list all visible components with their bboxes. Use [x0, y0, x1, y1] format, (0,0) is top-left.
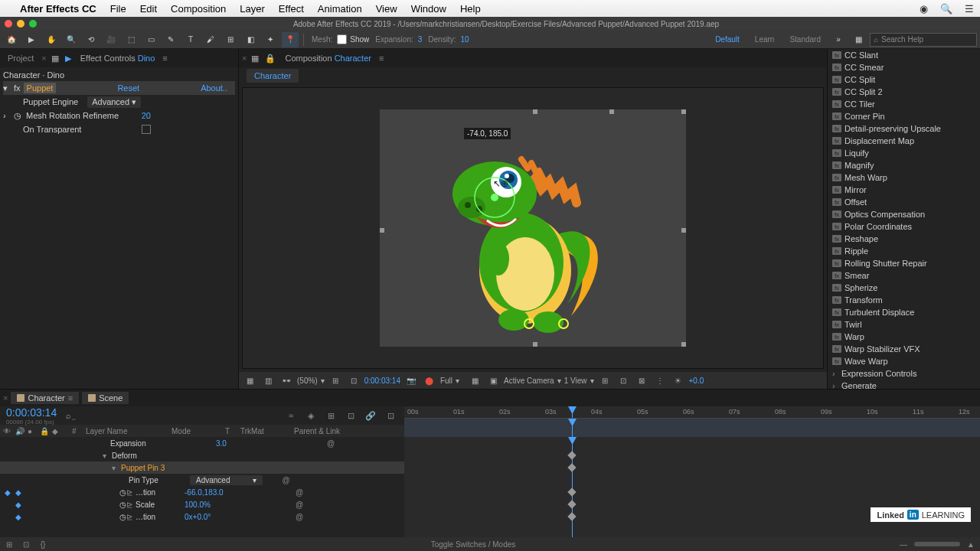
panel-menu-icon[interactable]: ≡: [162, 54, 167, 63]
resolution-icon[interactable]: ⊞: [328, 373, 343, 387]
stopwatch-icon[interactable]: ◷: [14, 111, 23, 121]
effect-category[interactable]: ›Expression Controls: [828, 367, 980, 380]
tl-opt3-icon[interactable]: ⊞: [323, 411, 338, 421]
keyframe[interactable]: [567, 463, 576, 471]
effect-item[interactable]: fxTransform: [828, 294, 980, 306]
guides-icon[interactable]: ▦: [467, 373, 482, 387]
views-select[interactable]: 1 View: [564, 377, 587, 385]
menu-window[interactable]: Window: [411, 3, 446, 15]
effect-item[interactable]: fxCC Slant: [828, 49, 980, 61]
tl-opt5-icon[interactable]: 🔗: [363, 411, 378, 421]
workspace-default[interactable]: Default: [709, 35, 746, 44]
effect-item[interactable]: fxDetail-preserving Upscale: [828, 122, 980, 135]
workarea-bar[interactable]: [404, 419, 980, 437]
playhead[interactable]: [572, 406, 573, 418]
effect-item[interactable]: fxCC Split 2: [828, 86, 980, 98]
view-opt1-icon[interactable]: ⊞: [597, 373, 612, 387]
col-t[interactable]: T: [225, 427, 240, 435]
bbox-handle[interactable]: [681, 228, 686, 233]
view-opt4-icon[interactable]: ⋮: [652, 373, 668, 387]
effect-item[interactable]: fxCC Tiler: [828, 98, 980, 110]
stopwatch-icon[interactable]: ◷: [119, 488, 126, 497]
zoom-in-icon[interactable]: ▲: [965, 540, 977, 549]
home-tool[interactable]: 🏠: [3, 32, 20, 47]
keyframe[interactable]: [567, 487, 576, 496]
col-layername[interactable]: Layer Name: [83, 427, 172, 435]
menu-view[interactable]: View: [376, 3, 397, 15]
stopwatch-icon[interactable]: ◷: [119, 513, 126, 521]
current-timecode[interactable]: 0:00:03:14: [6, 406, 57, 419]
spotlight-icon[interactable]: 🔍: [940, 3, 952, 15]
mesh-show-checkbox[interactable]: [337, 34, 347, 44]
brush-tool[interactable]: 🖌: [202, 32, 219, 47]
camera-select[interactable]: Active Camera: [504, 377, 554, 385]
effect-item[interactable]: fxOffset: [828, 196, 980, 208]
view-opt3-icon[interactable]: ⊠: [634, 373, 649, 387]
pickwhip-icon[interactable]: @: [323, 439, 338, 448]
prop-expansion[interactable]: Expansion: [110, 439, 216, 448]
col-parent[interactable]: Parent & Link: [294, 427, 371, 435]
effect-item[interactable]: fxTurbulent Displace: [828, 306, 980, 318]
zoom-tool[interactable]: 🔍: [63, 32, 80, 47]
effect-item[interactable]: fxRolling Shutter Repair: [828, 257, 980, 269]
pickwhip-icon[interactable]: @: [278, 476, 293, 484]
effect-item[interactable]: fxDisplacement Map: [828, 135, 980, 147]
effect-item[interactable]: fxWave Warp: [828, 355, 980, 367]
grid-icon[interactable]: ▦: [242, 373, 257, 387]
bbox-handle[interactable]: [681, 109, 686, 114]
timeline-tab-scene[interactable]: Scene: [82, 392, 129, 404]
menu-file[interactable]: File: [110, 3, 126, 15]
effect-item[interactable]: fxOptics Compensation: [828, 208, 980, 220]
workspace-learn[interactable]: Learn: [749, 35, 781, 44]
bbox-handle[interactable]: [609, 109, 614, 114]
pickwhip-icon[interactable]: @: [292, 488, 307, 497]
prop-puppet-pin[interactable]: Puppet Pin 3: [121, 464, 227, 472]
bbox-handle[interactable]: [533, 109, 537, 114]
app-menu[interactable]: After Effects CC: [20, 3, 96, 15]
prop-position-value[interactable]: -66.0,183.0: [185, 488, 292, 497]
cc-icon[interactable]: ◉: [920, 3, 928, 15]
twirl-icon[interactable]: ›: [832, 369, 838, 378]
chevron-down-icon[interactable]: ▾: [557, 377, 561, 385]
chevron-down-icon[interactable]: ▾: [321, 377, 325, 385]
transparency-icon[interactable]: ▥: [260, 373, 276, 387]
help-search[interactable]: ⌕ Search Help: [870, 33, 977, 47]
roto-tool[interactable]: ✦: [262, 32, 279, 47]
tl-opt1-icon[interactable]: ≈: [283, 411, 299, 420]
stopwatch-icon[interactable]: ◷: [119, 500, 126, 509]
channel-icon[interactable]: ⬤: [422, 373, 437, 387]
maximize-window[interactable]: [29, 20, 37, 28]
timeline-search-icon[interactable]: ⌕⁔: [66, 411, 77, 420]
timeline-track-area[interactable]: Linkedin LEARNING: [404, 437, 980, 537]
density-value[interactable]: 10: [460, 35, 469, 44]
resolution-select[interactable]: Full: [440, 377, 452, 385]
menu-edit[interactable]: Edit: [140, 3, 157, 15]
effect-about[interactable]: About..: [201, 83, 227, 93]
viewer-timecode[interactable]: 0:00:03:14: [364, 377, 400, 385]
selection-tool[interactable]: ▶: [23, 32, 40, 47]
keyframe[interactable]: [567, 512, 576, 520]
twirl-icon[interactable]: ▾: [112, 464, 121, 472]
keyframe[interactable]: [567, 451, 576, 459]
snapshot-icon[interactable]: 📷: [403, 373, 419, 387]
chevron-down-icon[interactable]: ▾: [456, 377, 459, 385]
playhead-line[interactable]: [572, 419, 573, 437]
time-ruler[interactable]: 00s01s02s03s04s05s06s07s08s09s10s11s12s: [404, 406, 980, 419]
workspace-panel-icon[interactable]: ▦: [850, 32, 867, 47]
prop-deform[interactable]: Deform: [112, 452, 217, 460]
safezones-icon[interactable]: ▣: [485, 373, 501, 387]
bbox-handle[interactable]: [533, 342, 537, 347]
lock-icon[interactable]: 🔒: [263, 54, 277, 64]
chevron-down-icon[interactable]: ▾: [590, 377, 594, 385]
puppet-pin-tool[interactable]: 📍: [282, 32, 299, 47]
keyframe[interactable]: [567, 500, 576, 508]
effect-name[interactable]: Puppet: [24, 83, 57, 93]
dino-layer[interactable]: [441, 140, 625, 339]
type-tool[interactable]: T: [182, 32, 199, 47]
effect-reset[interactable]: Reset: [117, 83, 139, 93]
rotate-tool[interactable]: 🎥: [103, 32, 119, 47]
unified-camera-tool[interactable]: ⬚: [122, 32, 139, 47]
orbit-tool[interactable]: ⟲: [83, 32, 100, 47]
menu-help[interactable]: Help: [460, 3, 481, 15]
prop-scale-value[interactable]: 100.0%: [185, 500, 292, 509]
